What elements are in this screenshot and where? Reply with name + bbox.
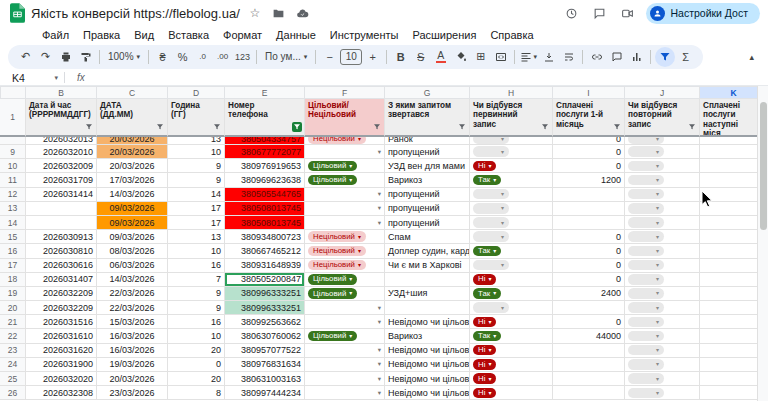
cell-f[interactable]: ▾	[305, 145, 385, 159]
empty-dropdown-chip[interactable]: ▾	[473, 231, 509, 242]
cell-c[interactable]: 09/03/2026	[97, 230, 168, 244]
column-filter-icon-D[interactable]	[212, 122, 222, 132]
zoom-control[interactable]: 100%▾	[104, 51, 144, 62]
dropdown-arrow-icon[interactable]: ▾	[378, 190, 381, 198]
cell-c[interactable]: 16/03/2026	[97, 329, 168, 343]
cell-j[interactable]: ▾	[625, 216, 700, 230]
menu-3[interactable]: Вставка	[162, 28, 215, 42]
insert-chart-icon[interactable]	[627, 47, 646, 67]
menu-2[interactable]: Вид	[128, 28, 160, 42]
filter-icon[interactable]	[655, 47, 675, 67]
cell-j[interactable]: ▾	[625, 344, 700, 358]
dropdown-chip-no[interactable]: Ні▾	[473, 274, 496, 285]
cell-g[interactable]: пропущений	[385, 216, 470, 230]
cell-h[interactable]: Ні▾	[470, 273, 553, 287]
row-number[interactable]: 15	[0, 230, 26, 244]
cell-g[interactable]: Невідомо чи цільовий	[385, 358, 470, 372]
cell-e[interactable]: 380677772077	[225, 145, 305, 159]
empty-dropdown-chip[interactable]: ▾	[628, 288, 664, 299]
cell-f[interactable]: ▾	[305, 188, 385, 202]
cell-j[interactable]: ▾	[625, 202, 700, 216]
empty-dropdown-chip[interactable]: ▾	[628, 274, 664, 285]
cell-j[interactable]: ▾	[625, 173, 700, 187]
empty-dropdown-chip[interactable]: ▾	[473, 260, 509, 271]
cell-j[interactable]: ▾	[625, 159, 700, 173]
empty-dropdown-chip[interactable]: ▾	[628, 373, 664, 384]
cell-d[interactable]: 9	[168, 301, 225, 315]
cell-d[interactable]: 17	[168, 202, 225, 216]
cell-d[interactable]: 10	[168, 145, 225, 159]
empty-dropdown-chip[interactable]: ▾	[628, 161, 664, 172]
redo-icon[interactable]: ↷	[36, 47, 55, 67]
cell-f[interactable]: ▾	[305, 315, 385, 329]
cell-g[interactable]: Невідомо чи цільовий	[385, 372, 470, 386]
row-number[interactable]: 16	[0, 244, 26, 258]
dropdown-chip-yes[interactable]: Так▾	[473, 288, 501, 299]
paint-format-icon[interactable]	[76, 47, 95, 67]
cell-f[interactable]: ▾	[305, 358, 385, 372]
row-number[interactable]: 10	[0, 159, 26, 173]
row-number[interactable]: 21	[0, 315, 26, 329]
cell-h[interactable]: ▾	[470, 145, 553, 159]
cell-i[interactable]: 0	[553, 244, 625, 258]
cell-g[interactable]: пропущений	[385, 202, 470, 216]
cell-b[interactable]: 2026032009	[26, 159, 97, 173]
cell-c[interactable]: 09/03/2026	[97, 216, 168, 230]
header-cell-B[interactable]: Дата й час (РРРРММДДГГ)	[26, 99, 97, 137]
header-cell-C[interactable]: ДАТА (ДД.ММ)	[97, 99, 168, 137]
cell-e[interactable]: 380504334757	[225, 137, 305, 145]
cell-f[interactable]: Цільовий▾	[305, 273, 385, 287]
cell-b[interactable]: 2026032209	[26, 301, 97, 315]
cell-j[interactable]: ▾	[625, 244, 700, 258]
cell-e[interactable]: 380996333251	[225, 287, 305, 301]
cell-e[interactable]: 380976831634	[225, 358, 305, 372]
cell-c[interactable]: 15/03/2026	[97, 315, 168, 329]
decrease-decimals-icon[interactable]: .0	[193, 47, 212, 67]
cell-c[interactable]: 23/03/2026	[97, 386, 168, 400]
bold-icon[interactable]: B	[391, 47, 410, 67]
cell-g[interactable]: Чи є ми в Харкові	[385, 259, 470, 273]
cell-e[interactable]: 380992563662	[225, 315, 305, 329]
cell-h[interactable]: ▾	[470, 230, 553, 244]
cell-h[interactable]: ▾	[470, 188, 553, 202]
dropdown-arrow-icon[interactable]: ▾	[378, 304, 381, 312]
cell-b[interactable]: 2026032013	[26, 137, 97, 145]
meet-camera-icon[interactable]	[618, 4, 636, 22]
dropdown-arrow-icon[interactable]: ▾	[378, 375, 381, 383]
cell-b[interactable]: 2026031414	[26, 188, 97, 202]
empty-dropdown-chip[interactable]: ▾	[628, 345, 664, 356]
strikethrough-icon[interactable]: S	[411, 47, 430, 67]
cell-j[interactable]: ▾	[625, 386, 700, 400]
cell-d[interactable]: 20	[168, 372, 225, 386]
cell-i[interactable]: 1200	[553, 173, 625, 187]
column-filter-icon-E[interactable]	[292, 122, 302, 132]
cell-d[interactable]: 9	[168, 287, 225, 301]
text-wrap-icon[interactable]	[559, 47, 578, 67]
menu-8[interactable]: Справка	[484, 28, 539, 42]
column-filter-icon-G[interactable]	[457, 122, 467, 132]
cell-b[interactable]	[26, 216, 97, 230]
cell-b[interactable]: 2026030616	[26, 259, 97, 273]
column-filter-icon-H[interactable]	[540, 122, 550, 132]
cell-e[interactable]: 380934800723	[225, 230, 305, 244]
share-button[interactable]: Настройки Дост	[646, 3, 760, 24]
column-filter-icon-C[interactable]	[155, 122, 165, 132]
cell-d[interactable]: 17	[168, 216, 225, 230]
cell-d[interactable]: 13	[168, 137, 225, 145]
cell-g[interactable]: Ранок	[385, 137, 470, 145]
row-header-1[interactable]: 1	[0, 99, 26, 137]
row-number[interactable]: 25	[0, 372, 26, 386]
dropdown-chip-target[interactable]: Цільовий▾	[308, 274, 357, 285]
print-icon[interactable]	[56, 47, 75, 67]
cell-c[interactable]: 14/03/2026	[97, 188, 168, 202]
dropdown-chip-no[interactable]: Ні▾	[473, 161, 496, 172]
cell-c[interactable]: 09/03/2026	[97, 202, 168, 216]
cell-b[interactable]: 2026031900	[26, 358, 97, 372]
cell-b[interactable]: 2026031407	[26, 273, 97, 287]
cell-i[interactable]	[553, 188, 625, 202]
cell-i[interactable]	[553, 216, 625, 230]
dropdown-chip-nontarget[interactable]: Нецільовий▾	[308, 246, 366, 257]
cell-d[interactable]: 16	[168, 259, 225, 273]
row-number[interactable]: 17	[0, 259, 26, 273]
dropdown-chip-target[interactable]: Цільовий▾	[308, 331, 357, 342]
